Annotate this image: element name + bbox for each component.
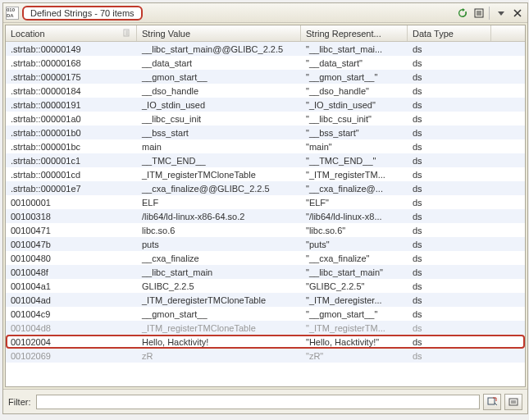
table-row[interactable]: 00100480__cxa_finalize"__cxa_finalize"ds bbox=[6, 251, 525, 265]
table-body[interactable]: .strtab::00000149__libc_start_main@@GLIB… bbox=[6, 42, 525, 386]
cell-type: ds bbox=[408, 281, 491, 292]
cell-rep: "__TMC_END__" bbox=[301, 155, 408, 167]
table-row[interactable]: 001004a1GLIBC_2.2.5"GLIBC_2.2.5"ds bbox=[6, 279, 525, 293]
cell-type: ds bbox=[408, 253, 491, 264]
col-label: String Value bbox=[142, 29, 190, 39]
table-row[interactable]: .strtab::00000191_IO_stdin_used"_IO_stdi… bbox=[6, 98, 525, 112]
table-row[interactable]: .strtab::000001c1__TMC_END__"__TMC_END__… bbox=[6, 153, 525, 167]
menu-button[interactable] bbox=[494, 6, 508, 21]
cell-loc: 00100480 bbox=[6, 253, 137, 264]
cell-type: ds bbox=[408, 43, 491, 55]
cell-type: ds bbox=[408, 350, 491, 362]
table-row[interactable]: 001004c9__gmon_start__"__gmon_start__"ds bbox=[6, 307, 525, 321]
cell-val: Hello, Hacktivity! bbox=[137, 336, 301, 348]
cell-type: ds bbox=[408, 155, 491, 167]
cell-val: __gmon_start__ bbox=[137, 308, 301, 320]
cell-rep: "__bss_start" bbox=[301, 127, 408, 139]
table-row[interactable]: 00100471libc.so.6"libc.so.6"ds bbox=[6, 223, 525, 237]
cell-loc: .strtab::000001e7 bbox=[6, 183, 137, 194]
cell-loc: .strtab::00000149 bbox=[6, 43, 137, 55]
table-row[interactable]: .strtab::00000168__data_start"__data_sta… bbox=[6, 56, 525, 70]
panel-icon: 010 DA bbox=[6, 7, 19, 20]
close-icon bbox=[513, 9, 522, 17]
table-row[interactable]: .strtab::000001cd_ITM_registerTMCloneTab… bbox=[6, 167, 525, 181]
cell-loc: 00102004 bbox=[6, 336, 137, 348]
cell-val: ELF bbox=[137, 197, 301, 208]
cell-val: __cxa_finalize@@GLIBC_2.2.5 bbox=[137, 183, 301, 194]
cell-type: ds bbox=[408, 211, 491, 222]
table-row[interactable]: .strtab::00000184__dso_handle"__dso_hand… bbox=[6, 84, 525, 98]
cell-val: __data_start bbox=[137, 57, 301, 69]
table-row[interactable]: 0010047bputs"puts"ds bbox=[6, 237, 525, 251]
cell-rep: "__gmon_start__" bbox=[301, 71, 408, 83]
settings-button[interactable] bbox=[472, 6, 486, 21]
cell-val: _ITM_registerTMCloneTable bbox=[137, 322, 301, 334]
cell-val: __libc_start_main@@GLIBC_2.2.5 bbox=[137, 43, 301, 55]
filter-clear-icon bbox=[508, 397, 518, 407]
table-row[interactable]: .strtab::000001b0__bss_start"__bss_start… bbox=[6, 126, 525, 139]
col-data-type[interactable]: Data Type bbox=[408, 25, 491, 41]
cell-loc: 001004ad bbox=[6, 294, 137, 306]
cell-rep: "_IO_stdin_used" bbox=[301, 99, 408, 111]
col-location[interactable]: Location bbox=[6, 25, 137, 41]
svg-rect-6 bbox=[509, 399, 518, 405]
cell-loc: .strtab::00000175 bbox=[6, 71, 137, 83]
table-row[interactable]: 00102069zR"zR"ds bbox=[6, 349, 525, 363]
cell-val: _ITM_deregisterTMCloneTable bbox=[137, 294, 301, 306]
cell-val: __cxa_finalize bbox=[137, 253, 301, 264]
cell-val: __libc_csu_init bbox=[137, 113, 301, 125]
filter-input[interactable] bbox=[36, 395, 481, 409]
table-row[interactable]: 001004ad_ITM_deregisterTMCloneTable"_ITM… bbox=[6, 293, 525, 307]
toolbar-separator bbox=[489, 7, 490, 20]
cell-val: __gmon_start__ bbox=[137, 71, 301, 83]
table-row[interactable]: 00100318/lib64/ld-linux-x86-64.so.2"/lib… bbox=[6, 209, 525, 223]
table-row[interactable]: 00102004Hello, Hacktivity!"Hello, Hackti… bbox=[6, 335, 525, 349]
cell-loc: .strtab::000001bc bbox=[6, 141, 137, 153]
table-row[interactable]: .strtab::000001bcmain"main"ds bbox=[6, 139, 525, 153]
cell-val: __libc_start_main bbox=[137, 267, 301, 278]
cell-loc: .strtab::000001cd bbox=[6, 169, 137, 180]
filter-options-button[interactable] bbox=[483, 394, 501, 410]
cell-loc: 00100471 bbox=[6, 225, 137, 236]
table-row[interactable]: 001004d8_ITM_registerTMCloneTable"_ITM_r… bbox=[6, 321, 525, 335]
col-label: Location bbox=[11, 29, 45, 39]
menu-icon bbox=[498, 10, 504, 16]
refresh-icon bbox=[458, 8, 467, 18]
refresh-button[interactable] bbox=[455, 6, 470, 21]
cell-loc: .strtab::000001b0 bbox=[6, 127, 137, 139]
col-string-value[interactable]: String Value bbox=[137, 25, 301, 41]
close-button[interactable] bbox=[510, 6, 525, 21]
cell-val: __dso_handle bbox=[137, 85, 301, 97]
filter-label: Filter: bbox=[8, 397, 31, 407]
filter-bar: Filter: bbox=[3, 389, 527, 413]
cell-loc: 00100001 bbox=[6, 197, 137, 208]
cell-type: ds bbox=[408, 127, 491, 139]
cell-type: ds bbox=[408, 85, 491, 97]
cell-val: _ITM_registerTMCloneTable bbox=[137, 169, 301, 180]
table-row[interactable]: 00100001ELF"ELF"ds bbox=[6, 195, 525, 209]
cell-type: ds bbox=[408, 57, 491, 69]
cell-loc: 001004c9 bbox=[6, 308, 137, 320]
cell-loc: 00102069 bbox=[6, 350, 137, 362]
cell-rep: "zR" bbox=[301, 350, 408, 362]
cell-loc: .strtab::00000184 bbox=[6, 85, 137, 97]
table-row[interactable]: .strtab::000001e7__cxa_finalize@@GLIBC_2… bbox=[6, 181, 525, 195]
cell-rep: "__libc_csu_init" bbox=[301, 113, 408, 125]
cell-val: GLIBC_2.2.5 bbox=[137, 281, 301, 292]
table-row[interactable]: 0010048f__libc_start_main"__libc_start_m… bbox=[6, 265, 525, 279]
cell-val: _IO_stdin_used bbox=[137, 99, 301, 111]
cell-type: ds bbox=[408, 71, 491, 83]
table-row[interactable]: .strtab::00000175__gmon_start__"__gmon_s… bbox=[6, 70, 525, 84]
cell-val: libc.so.6 bbox=[137, 225, 301, 236]
filter-clear-button[interactable] bbox=[504, 394, 522, 410]
cell-rep: "GLIBC_2.2.5" bbox=[301, 281, 408, 292]
col-string-represent[interactable]: String Represent... bbox=[301, 25, 408, 41]
cell-loc: .strtab::000001c1 bbox=[6, 155, 137, 167]
table-row[interactable]: .strtab::00000149__libc_start_main@@GLIB… bbox=[6, 42, 525, 56]
cell-type: ds bbox=[408, 113, 491, 125]
cell-loc: 0010048f bbox=[6, 267, 137, 278]
table-row[interactable]: .strtab::000001a0__libc_csu_init"__libc_… bbox=[6, 112, 525, 126]
cell-rep: "_ITM_registerTM... bbox=[301, 322, 408, 334]
titlebar: 010 DA Defined Strings - 70 items bbox=[3, 3, 527, 23]
cell-val: __bss_start bbox=[137, 127, 301, 139]
